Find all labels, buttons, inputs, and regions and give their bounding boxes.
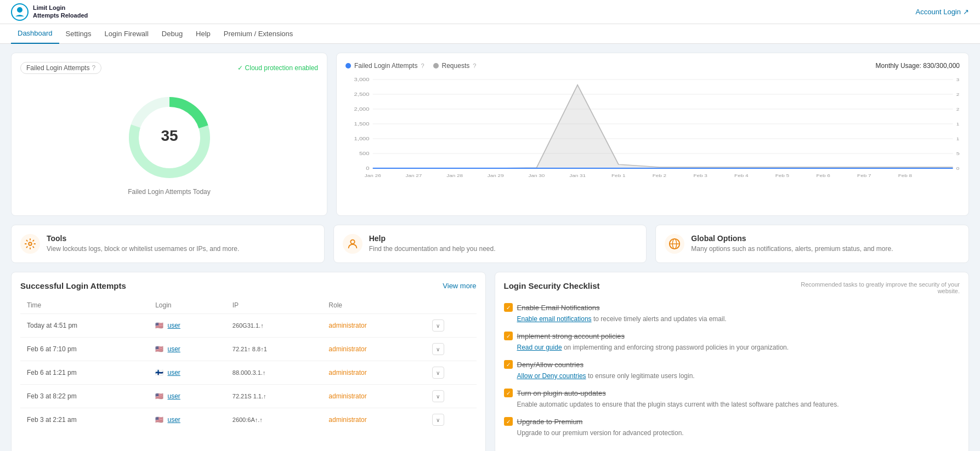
svg-text:0: 0 bbox=[956, 166, 960, 171]
legend-failed-label: Failed Login Attempts bbox=[354, 62, 417, 70]
cell-role: administrator bbox=[322, 361, 425, 385]
expand-button[interactable]: ∨ bbox=[432, 414, 444, 426]
item-link[interactable]: Enable email notifications bbox=[517, 315, 592, 323]
check-icon: ✓ bbox=[506, 305, 511, 311]
col-action bbox=[426, 297, 477, 314]
svg-text:Jan 31: Jan 31 bbox=[569, 173, 586, 178]
nav-debug[interactable]: Debug bbox=[155, 24, 189, 44]
cell-user: 🇫🇮 user bbox=[149, 361, 226, 385]
checklist-item-header: ✓ Deny/Allow countries bbox=[504, 360, 960, 369]
item-desc: Allow or Deny countries to ensure only l… bbox=[504, 371, 960, 381]
gear-icon bbox=[24, 238, 36, 250]
cell-time: Today at 4:51 pm bbox=[20, 314, 149, 338]
cell-expand: ∨ bbox=[426, 338, 477, 361]
svg-text:Feb 7: Feb 7 bbox=[857, 173, 871, 178]
expand-button[interactable]: ∨ bbox=[432, 343, 444, 355]
table-row: Today at 4:51 pm 🇺🇸 user 260G31.1.↑ admi… bbox=[20, 314, 477, 338]
svg-text:Jan 28: Jan 28 bbox=[446, 173, 463, 178]
tools-card[interactable]: Tools View lockouts logs, block or white… bbox=[11, 225, 325, 263]
checklist-items: ✓ Enable Email Notifications Enable emai… bbox=[504, 303, 960, 438]
expand-button[interactable]: ∨ bbox=[432, 319, 444, 332]
check-box: ✓ bbox=[504, 417, 513, 426]
user-link[interactable]: user bbox=[168, 345, 180, 353]
col-login: Login bbox=[149, 297, 226, 314]
item-title: Turn on plugin auto-updates bbox=[517, 389, 606, 397]
main-content: Failed Login Attempts ? ✓ Cloud protecti… bbox=[0, 44, 980, 451]
check-box: ✓ bbox=[504, 332, 513, 340]
donut-count: 35 bbox=[161, 127, 178, 144]
checklist-header: Login Security Checklist Recommended tas… bbox=[504, 281, 960, 294]
svg-text:Feb 3: Feb 3 bbox=[693, 173, 707, 178]
col-ip: IP bbox=[226, 297, 322, 314]
checklist-item-header: ✓ Implement strong account policies bbox=[504, 332, 960, 340]
check-icon: ✓ bbox=[506, 390, 511, 396]
cell-time: Feb 6 at 7:10 pm bbox=[20, 338, 149, 361]
globe-icon bbox=[669, 238, 681, 250]
tools-title: Tools bbox=[47, 234, 239, 243]
svg-text:1,500: 1,500 bbox=[354, 121, 370, 127]
check-box: ✓ bbox=[504, 389, 513, 397]
svg-text:Feb 4: Feb 4 bbox=[734, 173, 748, 178]
user-link[interactable]: user bbox=[168, 369, 180, 376]
donut-label: Failed Login Attempts Today bbox=[128, 188, 211, 196]
chart-legend: Failed Login Attempts ? Requests ? bbox=[345, 62, 476, 70]
checklist-title: Login Security Checklist bbox=[504, 281, 600, 290]
nav-help[interactable]: Help bbox=[189, 24, 217, 44]
donut-chart: 35 bbox=[126, 94, 213, 181]
flag-icon: 🇺🇸 bbox=[155, 345, 163, 353]
help-desc: Find the documentation and help you need… bbox=[369, 245, 496, 253]
question-icon[interactable]: ? bbox=[92, 64, 95, 72]
checklist-item: ✓ Implement strong account policies Read… bbox=[504, 332, 960, 352]
tools-icon bbox=[20, 234, 40, 254]
item-link[interactable]: Read our guide bbox=[517, 344, 562, 351]
checklist-item: ✓ Turn on plugin auto-updates Enable aut… bbox=[504, 389, 960, 409]
expand-button[interactable]: ∨ bbox=[432, 390, 444, 402]
svg-point-42 bbox=[350, 240, 354, 244]
help-card[interactable]: Help Find the documentation and help you… bbox=[333, 225, 647, 263]
question-icon-requests[interactable]: ? bbox=[473, 62, 476, 69]
cell-time: Feb 6 at 1:21 pm bbox=[20, 361, 149, 385]
table-header-row: Successful Login Attempts View more bbox=[20, 281, 477, 290]
check-icon: ✓ bbox=[506, 362, 511, 368]
tools-desc: View lockouts logs, block or whitelist u… bbox=[47, 245, 239, 253]
login-table-card: Successful Login Attempts View more Time… bbox=[11, 272, 486, 451]
top-row: Failed Login Attempts ? ✓ Cloud protecti… bbox=[11, 53, 969, 216]
nav-premium[interactable]: Premium / Extensions bbox=[217, 24, 299, 44]
nav-dashboard[interactable]: Dashboard bbox=[11, 24, 59, 44]
view-more-link[interactable]: View more bbox=[443, 282, 476, 290]
global-title: Global Options bbox=[691, 234, 893, 243]
svg-text:2,500: 2,500 bbox=[354, 92, 370, 97]
svg-text:1,000: 1,000 bbox=[956, 136, 960, 141]
svg-text:2,500: 2,500 bbox=[956, 92, 960, 97]
checklist-card: Login Security Checklist Recommended tas… bbox=[495, 272, 970, 451]
account-login-link[interactable]: Account Login ↗ bbox=[916, 8, 969, 16]
nav-settings[interactable]: Settings bbox=[59, 24, 98, 44]
user-link[interactable]: user bbox=[168, 322, 180, 329]
help-icon bbox=[343, 234, 362, 254]
global-card[interactable]: Global Options Many options such as noti… bbox=[655, 225, 969, 263]
chart-area: 0 500 1,000 1,500 2,000 2,500 3,000 0 50… bbox=[345, 74, 960, 184]
svg-text:2,000: 2,000 bbox=[354, 106, 370, 112]
logo-text: Limit Login Attempts Reloaded bbox=[33, 4, 88, 19]
legend-requests-dot bbox=[433, 63, 439, 68]
cell-role: administrator bbox=[322, 338, 425, 361]
nav-login-firewall[interactable]: Login Firewall bbox=[98, 24, 155, 44]
svg-point-41 bbox=[29, 242, 32, 246]
expand-button[interactable]: ∨ bbox=[432, 367, 444, 379]
item-link[interactable]: Allow or Deny countries bbox=[517, 372, 586, 380]
user-link[interactable]: user bbox=[168, 416, 180, 424]
global-icon bbox=[665, 234, 684, 254]
svg-text:1,500: 1,500 bbox=[956, 122, 960, 127]
checklist-item: ✓ Upgrade to Premium Upgrade to our prem… bbox=[504, 417, 960, 438]
item-desc: Enable email notifications to receive ti… bbox=[504, 314, 960, 324]
cell-user: 🇺🇸 user bbox=[149, 338, 226, 361]
checklist-item-header: ✓ Upgrade to Premium bbox=[504, 417, 960, 426]
question-icon-chart[interactable]: ? bbox=[421, 62, 424, 69]
check-icon: ✓ bbox=[506, 419, 511, 425]
table-row: Feb 3 at 8:22 pm 🇺🇸 user 72.21S 1.1.↑ ad… bbox=[20, 385, 477, 408]
chart-header: Failed Login Attempts ? Requests ? Month… bbox=[345, 62, 960, 70]
svg-text:500: 500 bbox=[359, 151, 370, 156]
user-link[interactable]: user bbox=[168, 392, 180, 400]
item-title: Upgrade to Premium bbox=[517, 418, 583, 426]
svg-text:3,000: 3,000 bbox=[956, 77, 960, 82]
